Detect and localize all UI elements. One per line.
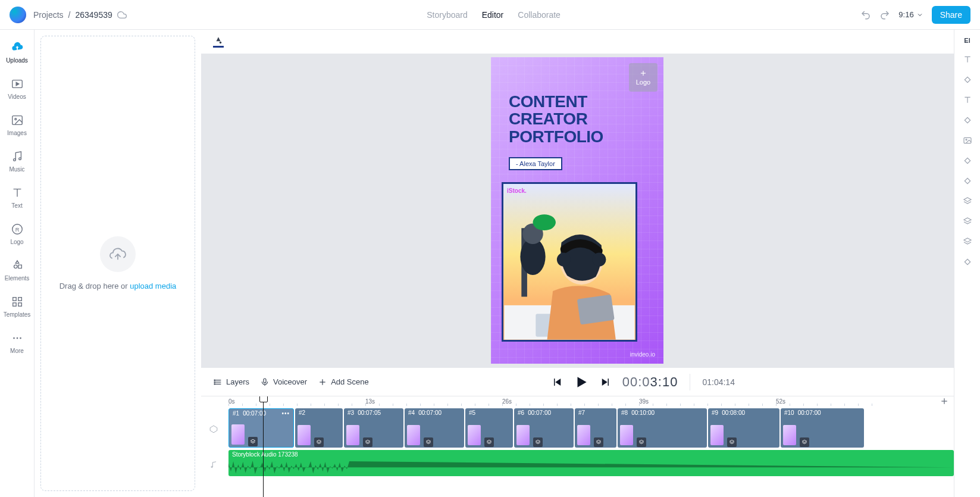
sidebar-label: Images [7, 130, 27, 136]
upload-dropzone[interactable]: Drag & drop here or upload media [40, 36, 195, 491]
svg-rect-56 [965, 77, 970, 82]
sidebar-label: Templates [4, 311, 31, 318]
tc-left: Layers Voiceover Add Scene [213, 377, 369, 387]
scene-clip[interactable]: #100:07:00••• [228, 408, 294, 448]
canvas-stock-image[interactable]: iStock. [502, 182, 637, 342]
scene-color-tool[interactable] [213, 36, 224, 48]
logo-placeholder[interactable]: Logo [629, 63, 657, 92]
sidebar-item-images[interactable]: Images [0, 113, 34, 136]
scene-clip[interactable]: #600:07:00 [514, 408, 574, 448]
sidebar-label: Music [9, 166, 24, 173]
sidebar-item-text[interactable]: Text [0, 186, 34, 209]
logo-r-icon: R [10, 222, 24, 236]
timeline[interactable]: 0s 13s 26s 39s 52s #100:07:00•••#2#300:0… [201, 396, 954, 497]
breadcrumb-root[interactable]: Projects [33, 10, 64, 20]
scene-track: #100:07:00•••#2#300:07:05#400:07:00#5#60… [228, 408, 954, 448]
svg-marker-62 [964, 198, 971, 202]
svg-point-27 [533, 215, 556, 231]
more-icon [10, 331, 24, 345]
svg-point-22 [592, 253, 606, 267]
svg-point-21 [557, 253, 571, 267]
elements-rail-label: El [964, 37, 970, 44]
scene-track-handle[interactable] [209, 425, 218, 433]
layers-icon[interactable] [963, 196, 972, 206]
svg-marker-46 [251, 439, 255, 442]
undo-icon[interactable] [860, 10, 871, 20]
upload-media-link[interactable]: upload media [130, 282, 176, 290]
right-tool-rail: El [954, 30, 980, 497]
add-marker-icon[interactable] [940, 396, 949, 406]
scene-clip[interactable]: #900:08:00 [708, 408, 779, 448]
diamond-icon[interactable] [963, 176, 972, 186]
sidebar-item-logo[interactable]: R Logo [0, 222, 34, 245]
canvas-viewport[interactable]: Logo CONTENT CREATOR PORTFOLIO - Alexa T… [201, 54, 954, 367]
aspect-ratio-selector[interactable]: 9:16 [898, 10, 923, 19]
layers-icon[interactable] [963, 217, 972, 226]
tab-editor[interactable]: Editor [482, 10, 504, 20]
sidebar-item-videos[interactable]: Videos [0, 77, 34, 100]
scene-clip[interactable]: #5 [465, 408, 513, 448]
text-icon [10, 186, 24, 200]
diamond-icon[interactable] [963, 115, 972, 125]
scene-clip[interactable]: #7 [575, 408, 616, 448]
voiceover-button[interactable]: Voiceover [260, 377, 307, 387]
audio-track[interactable]: Storyblock Audio 173238 [228, 450, 954, 476]
layers-button[interactable]: Layers [213, 377, 249, 387]
svg-rect-9 [18, 298, 21, 301]
main-layout: Uploads Videos Images Music Text R Logo … [0, 30, 980, 497]
image-tool-icon[interactable] [963, 136, 972, 145]
scene-clip[interactable]: #400:07:00 [405, 408, 464, 448]
tab-storyboard[interactable]: Storyboard [427, 10, 467, 20]
diamond-icon[interactable] [963, 75, 972, 85]
scene-clip[interactable]: #1000:07:00 [781, 408, 864, 448]
layers-icon[interactable] [963, 237, 972, 246]
next-button[interactable] [600, 377, 610, 387]
svg-point-12 [13, 337, 15, 339]
add-scene-button[interactable]: Add Scene [318, 377, 369, 387]
svg-marker-52 [596, 440, 601, 442]
sidebar-item-music[interactable]: Music [0, 149, 34, 173]
svg-marker-64 [964, 238, 971, 242]
scene-clip[interactable]: #2 [295, 408, 343, 448]
app-logo[interactable] [10, 7, 26, 23]
playhead[interactable] [263, 396, 264, 497]
canvas-title[interactable]: CONTENT CREATOR PORTFOLIO [509, 93, 646, 145]
diamond-icon[interactable] [963, 156, 972, 165]
share-button[interactable]: Share [932, 6, 970, 24]
redo-icon[interactable] [879, 10, 890, 20]
svg-rect-8 [12, 298, 16, 301]
timeline-ruler[interactable]: 0s 13s 26s 39s 52s [228, 396, 954, 408]
audio-track-handle[interactable] [209, 461, 218, 469]
svg-marker-40 [602, 379, 608, 386]
project-id[interactable]: 26349539 [75, 10, 112, 20]
canvas-subtitle[interactable]: - Alexa Taylor [509, 157, 562, 170]
svg-marker-63 [964, 218, 971, 222]
timeline-controls: Layers Voiceover Add Scene 00:03:10 01:0… [201, 367, 954, 396]
prev-button[interactable] [552, 377, 563, 387]
videos-icon [10, 77, 24, 91]
cloud-sync-icon[interactable] [117, 10, 127, 20]
svg-point-43 [211, 466, 212, 467]
svg-marker-47 [317, 440, 321, 442]
diamond-icon[interactable] [963, 257, 972, 267]
text-tool-icon[interactable] [963, 55, 972, 64]
scene-clip[interactable]: #300:07:05 [344, 408, 403, 448]
play-button[interactable] [574, 374, 589, 390]
tab-collaborate[interactable]: Collaborate [518, 10, 561, 20]
svg-point-5 [18, 158, 21, 160]
sidebar-item-more[interactable]: More [0, 331, 34, 354]
templates-icon [10, 295, 24, 309]
istock-badge: iStock. [507, 187, 527, 194]
header-left: Projects / 26349539 [10, 7, 127, 23]
svg-rect-57 [965, 117, 970, 123]
sidebar-item-templates[interactable]: Templates [0, 295, 34, 318]
sidebar-item-uploads[interactable]: Uploads [0, 40, 34, 64]
svg-marker-51 [536, 440, 540, 442]
scene-clip[interactable]: #800:10:00 [618, 408, 707, 448]
sidebar-label: Text [11, 202, 22, 209]
sidebar-item-elements[interactable]: Elements [0, 258, 34, 282]
svg-point-59 [966, 139, 967, 140]
svg-rect-61 [965, 178, 970, 183]
text-tool-icon[interactable] [963, 95, 972, 105]
canvas-frame[interactable]: Logo CONTENT CREATOR PORTFOLIO - Alexa T… [491, 57, 663, 364]
